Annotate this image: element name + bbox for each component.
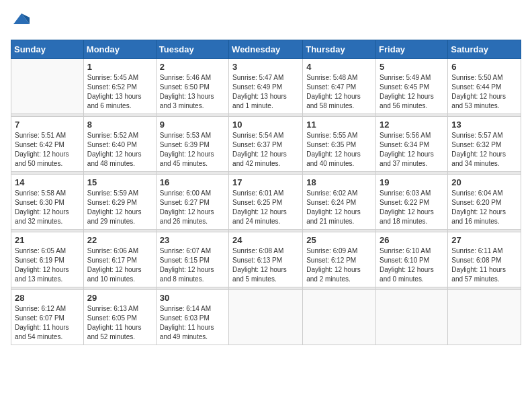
day-info: Sunrise: 5:50 AM Sunset: 6:44 PM Dayligh… — [451, 73, 517, 111]
calendar-cell: 13Sunrise: 5:57 AM Sunset: 6:32 PM Dayli… — [448, 117, 521, 172]
day-info: Sunrise: 6:01 AM Sunset: 6:25 PM Dayligh… — [232, 189, 299, 226]
calendar-cell: 1Sunrise: 5:45 AM Sunset: 6:52 PM Daylig… — [83, 59, 156, 114]
day-number: 20 — [451, 177, 517, 187]
calendar-cell: 16Sunrise: 6:00 AM Sunset: 6:27 PM Dayli… — [156, 175, 228, 230]
day-info: Sunrise: 6:12 AM Sunset: 6:07 PM Dayligh… — [15, 304, 80, 342]
week-row-1: 1Sunrise: 5:45 AM Sunset: 6:52 PM Daylig… — [11, 59, 521, 114]
day-info: Sunrise: 5:51 AM Sunset: 6:42 PM Dayligh… — [15, 131, 80, 169]
weekday-header-row: SundayMondayTuesdayWednesdayThursdayFrid… — [11, 40, 521, 59]
day-number: 30 — [160, 293, 225, 303]
calendar-cell — [229, 290, 303, 345]
calendar-cell: 2Sunrise: 5:46 AM Sunset: 6:50 PM Daylig… — [156, 59, 228, 114]
day-info: Sunrise: 6:11 AM Sunset: 6:08 PM Dayligh… — [451, 246, 517, 284]
calendar-cell: 3Sunrise: 5:47 AM Sunset: 6:49 PM Daylig… — [229, 59, 303, 114]
calendar-table: SundayMondayTuesdayWednesdayThursdayFrid… — [11, 40, 521, 345]
day-info: Sunrise: 5:59 AM Sunset: 6:29 PM Dayligh… — [87, 189, 152, 226]
day-info: Sunrise: 6:09 AM Sunset: 6:12 PM Dayligh… — [306, 246, 372, 284]
day-info: Sunrise: 6:07 AM Sunset: 6:15 PM Dayligh… — [160, 246, 225, 284]
day-number: 22 — [87, 235, 152, 245]
day-number: 29 — [87, 293, 152, 303]
day-info: Sunrise: 5:48 AM Sunset: 6:47 PM Dayligh… — [306, 73, 372, 111]
day-number: 26 — [380, 235, 444, 245]
calendar-cell: 23Sunrise: 6:07 AM Sunset: 6:15 PM Dayli… — [156, 232, 228, 287]
calendar-cell: 6Sunrise: 5:50 AM Sunset: 6:44 PM Daylig… — [448, 59, 521, 114]
day-info: Sunrise: 6:06 AM Sunset: 6:17 PM Dayligh… — [87, 246, 152, 284]
week-row-4: 21Sunrise: 6:05 AM Sunset: 6:19 PM Dayli… — [11, 232, 521, 287]
day-number: 11 — [306, 120, 372, 130]
calendar-cell: 29Sunrise: 6:13 AM Sunset: 6:05 PM Dayli… — [83, 290, 156, 345]
day-number: 28 — [15, 293, 80, 303]
week-row-3: 14Sunrise: 5:58 AM Sunset: 6:30 PM Dayli… — [11, 175, 521, 230]
day-number: 12 — [380, 120, 444, 130]
day-number: 19 — [380, 177, 444, 187]
day-number: 6 — [451, 62, 517, 72]
logo-text — [11, 11, 31, 33]
day-info: Sunrise: 5:56 AM Sunset: 6:34 PM Dayligh… — [380, 131, 444, 169]
calendar-cell: 12Sunrise: 5:56 AM Sunset: 6:34 PM Dayli… — [376, 117, 448, 172]
day-number: 5 — [380, 62, 444, 72]
day-info: Sunrise: 5:53 AM Sunset: 6:39 PM Dayligh… — [160, 131, 225, 169]
calendar-cell — [11, 59, 84, 114]
calendar-cell: 15Sunrise: 5:59 AM Sunset: 6:29 PM Dayli… — [83, 175, 156, 230]
week-row-5: 28Sunrise: 6:12 AM Sunset: 6:07 PM Dayli… — [11, 290, 521, 345]
weekday-header-friday: Friday — [376, 40, 448, 59]
weekday-header-wednesday: Wednesday — [229, 40, 303, 59]
day-number: 10 — [232, 120, 299, 130]
day-number: 15 — [87, 177, 152, 187]
day-number: 4 — [306, 62, 372, 72]
day-number: 27 — [451, 235, 517, 245]
day-number: 2 — [160, 62, 225, 72]
calendar-cell — [376, 290, 448, 345]
week-row-2: 7Sunrise: 5:51 AM Sunset: 6:42 PM Daylig… — [11, 117, 521, 172]
calendar-cell: 24Sunrise: 6:08 AM Sunset: 6:13 PM Dayli… — [229, 232, 303, 287]
day-info: Sunrise: 6:05 AM Sunset: 6:19 PM Dayligh… — [15, 246, 80, 284]
calendar-cell — [448, 290, 521, 345]
day-info: Sunrise: 5:57 AM Sunset: 6:32 PM Dayligh… — [451, 131, 517, 169]
day-info: Sunrise: 6:13 AM Sunset: 6:05 PM Dayligh… — [87, 304, 152, 342]
page-header — [11, 11, 521, 33]
logo — [11, 11, 31, 33]
calendar-cell: 11Sunrise: 5:55 AM Sunset: 6:35 PM Dayli… — [303, 117, 376, 172]
calendar-cell: 20Sunrise: 6:04 AM Sunset: 6:20 PM Dayli… — [448, 175, 521, 230]
calendar-cell: 5Sunrise: 5:49 AM Sunset: 6:45 PM Daylig… — [376, 59, 448, 114]
day-number: 13 — [451, 120, 517, 130]
day-info: Sunrise: 5:58 AM Sunset: 6:30 PM Dayligh… — [15, 189, 80, 226]
day-number: 14 — [15, 177, 80, 187]
day-info: Sunrise: 6:14 AM Sunset: 6:03 PM Dayligh… — [160, 304, 225, 342]
weekday-header-thursday: Thursday — [303, 40, 376, 59]
day-info: Sunrise: 5:55 AM Sunset: 6:35 PM Dayligh… — [306, 131, 372, 169]
day-info: Sunrise: 5:52 AM Sunset: 6:40 PM Dayligh… — [87, 131, 152, 169]
logo-icon — [12, 11, 31, 30]
day-number: 17 — [232, 177, 299, 187]
day-number: 9 — [160, 120, 225, 130]
day-number: 1 — [87, 62, 152, 72]
day-info: Sunrise: 5:47 AM Sunset: 6:49 PM Dayligh… — [232, 73, 299, 111]
day-number: 8 — [87, 120, 152, 130]
day-info: Sunrise: 6:10 AM Sunset: 6:10 PM Dayligh… — [380, 246, 444, 284]
weekday-header-sunday: Sunday — [11, 40, 84, 59]
day-info: Sunrise: 6:04 AM Sunset: 6:20 PM Dayligh… — [451, 189, 517, 226]
day-info: Sunrise: 6:03 AM Sunset: 6:22 PM Dayligh… — [380, 189, 444, 226]
weekday-header-saturday: Saturday — [448, 40, 521, 59]
calendar-cell: 18Sunrise: 6:02 AM Sunset: 6:24 PM Dayli… — [303, 175, 376, 230]
day-number: 25 — [306, 235, 372, 245]
day-info: Sunrise: 5:49 AM Sunset: 6:45 PM Dayligh… — [380, 73, 444, 111]
calendar-cell: 19Sunrise: 6:03 AM Sunset: 6:22 PM Dayli… — [376, 175, 448, 230]
day-number: 21 — [15, 235, 80, 245]
day-info: Sunrise: 6:00 AM Sunset: 6:27 PM Dayligh… — [160, 189, 225, 226]
calendar-cell: 14Sunrise: 5:58 AM Sunset: 6:30 PM Dayli… — [11, 175, 84, 230]
day-number: 16 — [160, 177, 225, 187]
day-number: 23 — [160, 235, 225, 245]
day-number: 3 — [232, 62, 299, 72]
day-info: Sunrise: 5:46 AM Sunset: 6:50 PM Dayligh… — [160, 73, 225, 111]
day-info: Sunrise: 5:45 AM Sunset: 6:52 PM Dayligh… — [87, 73, 152, 111]
calendar-cell: 7Sunrise: 5:51 AM Sunset: 6:42 PM Daylig… — [11, 117, 84, 172]
calendar-cell: 26Sunrise: 6:10 AM Sunset: 6:10 PM Dayli… — [376, 232, 448, 287]
weekday-header-monday: Monday — [83, 40, 156, 59]
calendar-cell: 27Sunrise: 6:11 AM Sunset: 6:08 PM Dayli… — [448, 232, 521, 287]
day-number: 24 — [232, 235, 299, 245]
calendar-cell: 21Sunrise: 6:05 AM Sunset: 6:19 PM Dayli… — [11, 232, 84, 287]
calendar-cell: 30Sunrise: 6:14 AM Sunset: 6:03 PM Dayli… — [156, 290, 228, 345]
calendar-cell: 4Sunrise: 5:48 AM Sunset: 6:47 PM Daylig… — [303, 59, 376, 114]
calendar-cell: 22Sunrise: 6:06 AM Sunset: 6:17 PM Dayli… — [83, 232, 156, 287]
